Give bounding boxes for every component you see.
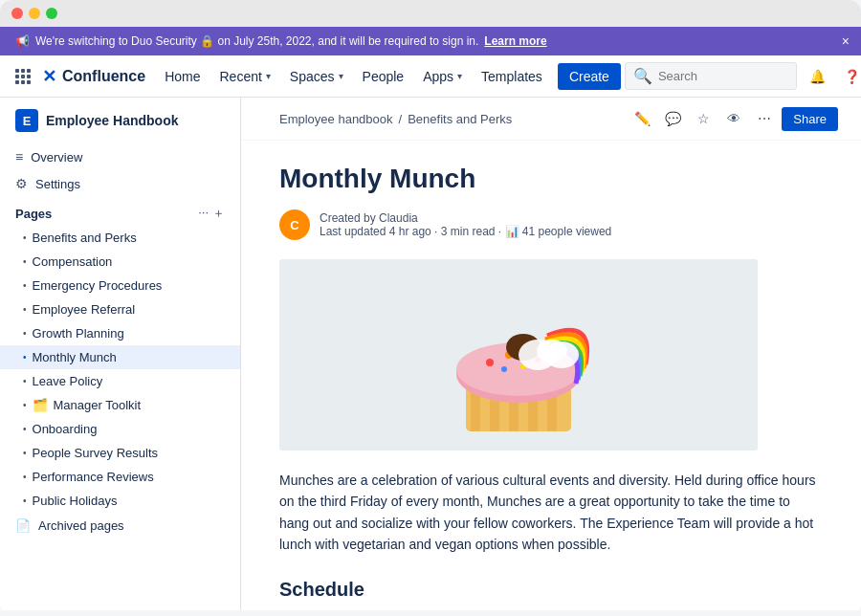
bullet-icon: • (23, 328, 27, 339)
pages-section-header: Pages ··· ＋ (0, 197, 240, 226)
search-input[interactable] (658, 69, 788, 83)
edit-button[interactable]: ✏️ (629, 105, 655, 132)
star-button[interactable]: ☆ (690, 105, 717, 132)
confluence-logo[interactable]: ✕ Confluence (42, 66, 145, 87)
banner-close-button[interactable]: × (842, 33, 850, 49)
more-options-button[interactable]: ⋯ (751, 105, 778, 132)
traffic-light-yellow[interactable] (29, 8, 40, 19)
top-navigation: ✕ Confluence Home Recent ▾ Spaces ▾ Peop… (0, 55, 861, 98)
bullet-icon: • (23, 424, 27, 434)
archived-pages[interactable]: 📄 Archived pages (0, 513, 240, 539)
pages-actions: ··· ＋ (198, 205, 225, 222)
svg-point-9 (486, 359, 494, 366)
nav-apps[interactable]: Apps ▾ (415, 55, 470, 98)
page-item-manager[interactable]: • 🗂️ Manager Toolkit (0, 393, 240, 417)
nav-templates[interactable]: Templates (474, 55, 550, 98)
page-item-survey[interactable]: • People Survey Results (0, 441, 240, 465)
page-item-compensation[interactable]: • Compensation (0, 250, 240, 274)
svg-point-12 (501, 366, 507, 372)
page-content: Employee handbook / Benefits and Perks ✏… (241, 98, 861, 610)
apps-dropdown-arrow: ▾ (457, 71, 462, 81)
search-icon: 🔍 (633, 67, 652, 85)
page-item-leave[interactable]: • Leave Policy (0, 369, 240, 393)
recent-dropdown-arrow: ▾ (266, 71, 271, 81)
body-text: Munches are a celebration of various cul… (279, 470, 823, 556)
announcement-banner: 📢 We're switching to Duo Security 🔒 on J… (0, 27, 861, 55)
page-title: Monthly Munch (279, 164, 823, 194)
page-item-growth[interactable]: • Growth Planning (0, 321, 240, 345)
bullet-icon: • (23, 448, 27, 458)
author-avatar: C (279, 209, 310, 240)
breadcrumb-separator: / (399, 112, 403, 126)
sidebar: E Employee Handbook ≡ Overview ⚙ Setting… (0, 98, 241, 610)
hero-image (279, 259, 758, 451)
nav-home[interactable]: Home (157, 55, 208, 98)
traffic-light-green[interactable] (46, 8, 57, 19)
breadcrumb-handbook[interactable]: Employee handbook (279, 112, 393, 126)
traffic-lights (11, 8, 57, 19)
page-item-monthly-munch[interactable]: • Monthly Munch (0, 345, 240, 369)
topnav-right-actions: 🔍 🔔 ❓ C (625, 62, 861, 90)
space-title: Employee Handbook (46, 113, 178, 128)
comment-button[interactable]: 💬 (659, 105, 686, 132)
nav-spaces[interactable]: Spaces ▾ (282, 55, 351, 98)
bullet-icon: • (23, 495, 27, 506)
page-inner-content: Monthly Munch C Created by Claudia Last … (241, 141, 861, 610)
page-item-holidays[interactable]: • Public Holidays (0, 489, 240, 513)
bullet-icon: • (23, 304, 27, 315)
confluence-logo-icon: ✕ (42, 66, 56, 87)
main-layout: E Employee Handbook ≡ Overview ⚙ Setting… (0, 98, 861, 610)
share-button[interactable]: Share (782, 107, 838, 131)
sidebar-header: E Employee Handbook (0, 98, 240, 143)
create-button[interactable]: Create (558, 63, 621, 90)
archived-icon: 📄 (15, 518, 31, 533)
overview-label: Overview (31, 150, 82, 165)
app-grid-icon[interactable] (15, 69, 31, 84)
pages-add-button[interactable]: ＋ (212, 205, 225, 222)
bullet-icon: • (23, 400, 27, 410)
archived-label: Archived pages (38, 518, 124, 533)
bullet-icon: • (23, 472, 27, 482)
page-toolbar: ✏️ 💬 ☆ 👁 ⋯ Share (629, 105, 838, 132)
pages-more-button[interactable]: ··· (198, 205, 209, 222)
bullet-icon: • (23, 280, 27, 291)
help-button[interactable]: ❓ (839, 63, 861, 90)
notifications-button[interactable]: 🔔 (805, 63, 831, 90)
breadcrumb-benefits[interactable]: Benefits and Perks (408, 112, 512, 126)
confluence-logo-text: Confluence (62, 68, 145, 85)
viewers-icon: 📊 (505, 225, 519, 238)
bullet-icon: • (23, 352, 27, 363)
breadcrumb: Employee handbook / Benefits and Perks (279, 112, 512, 126)
spaces-dropdown-arrow: ▾ (339, 71, 343, 81)
page-item-benefits[interactable]: • Benefits and Perks (0, 226, 240, 250)
author-row: C Created by Claudia Last updated 4 hr a… (279, 209, 823, 240)
pages-label: Pages (15, 207, 52, 221)
bullet-icon: • (23, 232, 27, 243)
bullet-icon: • (23, 376, 27, 386)
nav-people[interactable]: People (355, 55, 412, 98)
last-updated: Last updated 4 hr ago · 3 min read · 📊 4… (320, 225, 611, 238)
banner-megaphone-icon: 📢 (15, 34, 30, 48)
pages-list: • Benefits and Perks • Compensation • Em… (0, 226, 240, 513)
author-info: Created by Claudia Last updated 4 hr ago… (320, 211, 611, 238)
search-box[interactable]: 🔍 (625, 62, 797, 90)
page-item-performance[interactable]: • Performance Reviews (0, 465, 240, 489)
manager-emoji: 🗂️ (33, 398, 48, 412)
traffic-light-red[interactable] (11, 8, 23, 19)
overview-icon: ≡ (15, 149, 23, 165)
page-item-onboarding[interactable]: • Onboarding (0, 417, 240, 441)
banner-learn-more-link[interactable]: Learn more (484, 34, 546, 48)
space-icon: E (15, 109, 38, 132)
schedule-heading: Schedule (279, 579, 823, 601)
watch-button[interactable]: 👁 (720, 105, 747, 132)
nav-recent[interactable]: Recent ▾ (211, 55, 277, 98)
settings-icon: ⚙ (15, 176, 28, 191)
created-by: Created by Claudia (320, 211, 611, 225)
sidebar-overview[interactable]: ≡ Overview (0, 143, 240, 170)
svg-point-18 (544, 341, 579, 368)
sidebar-settings[interactable]: ⚙ Settings (0, 170, 240, 197)
page-item-emergency[interactable]: • Emergency Procedures (0, 274, 240, 297)
banner-text: We're switching to Duo Security 🔒 on Jul… (35, 34, 478, 48)
page-item-referral[interactable]: • Employee Referral (0, 297, 240, 321)
bullet-icon: • (23, 256, 27, 267)
